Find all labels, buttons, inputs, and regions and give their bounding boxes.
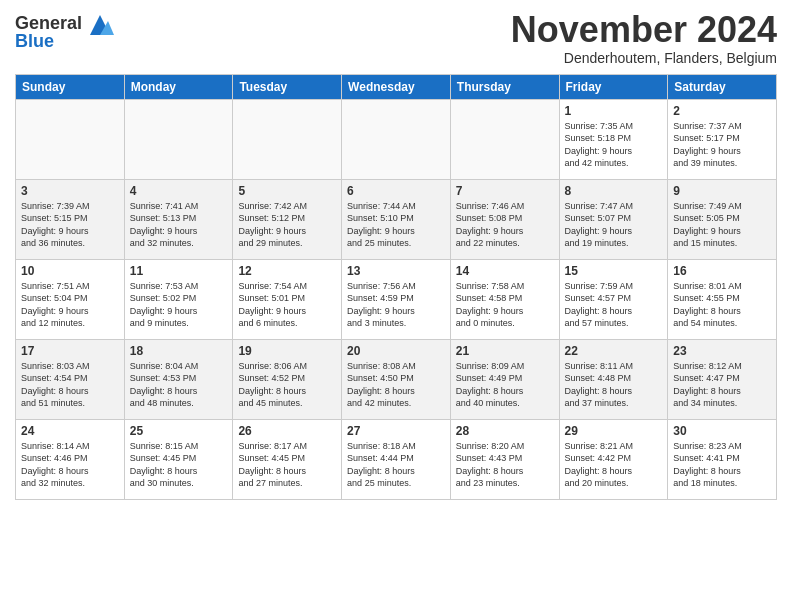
day-number: 29	[565, 424, 663, 438]
day-number: 5	[238, 184, 336, 198]
calendar-week-4: 17Sunrise: 8:03 AMSunset: 4:54 PMDayligh…	[16, 339, 777, 419]
day-info: Sunrise: 7:35 AMSunset: 5:18 PMDaylight:…	[565, 120, 663, 170]
table-row: 23Sunrise: 8:12 AMSunset: 4:47 PMDayligh…	[668, 339, 777, 419]
day-info: Sunrise: 7:39 AMSunset: 5:15 PMDaylight:…	[21, 200, 119, 250]
day-number: 20	[347, 344, 445, 358]
day-info: Sunrise: 8:21 AMSunset: 4:42 PMDaylight:…	[565, 440, 663, 490]
day-info: Sunrise: 7:51 AMSunset: 5:04 PMDaylight:…	[21, 280, 119, 330]
table-row: 24Sunrise: 8:14 AMSunset: 4:46 PMDayligh…	[16, 419, 125, 499]
day-info: Sunrise: 7:58 AMSunset: 4:58 PMDaylight:…	[456, 280, 554, 330]
table-row: 26Sunrise: 8:17 AMSunset: 4:45 PMDayligh…	[233, 419, 342, 499]
day-number: 14	[456, 264, 554, 278]
title-section: November 2024 Denderhoutem, Flanders, Be…	[511, 10, 777, 66]
day-info: Sunrise: 8:12 AMSunset: 4:47 PMDaylight:…	[673, 360, 771, 410]
day-info: Sunrise: 8:01 AMSunset: 4:55 PMDaylight:…	[673, 280, 771, 330]
logo-text: General Blue	[15, 14, 82, 50]
logo: General Blue	[15, 14, 114, 50]
table-row: 9Sunrise: 7:49 AMSunset: 5:05 PMDaylight…	[668, 179, 777, 259]
day-info: Sunrise: 8:15 AMSunset: 4:45 PMDaylight:…	[130, 440, 228, 490]
month-title: November 2024	[511, 10, 777, 50]
day-info: Sunrise: 7:49 AMSunset: 5:05 PMDaylight:…	[673, 200, 771, 250]
day-info: Sunrise: 8:03 AMSunset: 4:54 PMDaylight:…	[21, 360, 119, 410]
day-info: Sunrise: 7:59 AMSunset: 4:57 PMDaylight:…	[565, 280, 663, 330]
day-number: 12	[238, 264, 336, 278]
table-row: 6Sunrise: 7:44 AMSunset: 5:10 PMDaylight…	[342, 179, 451, 259]
day-info: Sunrise: 8:06 AMSunset: 4:52 PMDaylight:…	[238, 360, 336, 410]
day-info: Sunrise: 8:04 AMSunset: 4:53 PMDaylight:…	[130, 360, 228, 410]
header-saturday: Saturday	[668, 74, 777, 99]
table-row: 3Sunrise: 7:39 AMSunset: 5:15 PMDaylight…	[16, 179, 125, 259]
table-row	[124, 99, 233, 179]
day-number: 7	[456, 184, 554, 198]
day-number: 4	[130, 184, 228, 198]
day-number: 25	[130, 424, 228, 438]
calendar-week-3: 10Sunrise: 7:51 AMSunset: 5:04 PMDayligh…	[16, 259, 777, 339]
logo-general: General	[15, 14, 82, 32]
table-row: 22Sunrise: 8:11 AMSunset: 4:48 PMDayligh…	[559, 339, 668, 419]
day-number: 22	[565, 344, 663, 358]
table-row: 16Sunrise: 8:01 AMSunset: 4:55 PMDayligh…	[668, 259, 777, 339]
header-thursday: Thursday	[450, 74, 559, 99]
table-row: 2Sunrise: 7:37 AMSunset: 5:17 PMDaylight…	[668, 99, 777, 179]
table-row: 10Sunrise: 7:51 AMSunset: 5:04 PMDayligh…	[16, 259, 125, 339]
page-container: General Blue November 2024 Denderhoutem,…	[0, 0, 792, 510]
calendar-week-5: 24Sunrise: 8:14 AMSunset: 4:46 PMDayligh…	[16, 419, 777, 499]
day-number: 3	[21, 184, 119, 198]
day-info: Sunrise: 7:41 AMSunset: 5:13 PMDaylight:…	[130, 200, 228, 250]
day-info: Sunrise: 7:37 AMSunset: 5:17 PMDaylight:…	[673, 120, 771, 170]
table-row	[16, 99, 125, 179]
day-info: Sunrise: 7:53 AMSunset: 5:02 PMDaylight:…	[130, 280, 228, 330]
logo-blue: Blue	[15, 32, 82, 50]
header-monday: Monday	[124, 74, 233, 99]
table-row: 17Sunrise: 8:03 AMSunset: 4:54 PMDayligh…	[16, 339, 125, 419]
day-number: 1	[565, 104, 663, 118]
table-row: 29Sunrise: 8:21 AMSunset: 4:42 PMDayligh…	[559, 419, 668, 499]
day-info: Sunrise: 7:42 AMSunset: 5:12 PMDaylight:…	[238, 200, 336, 250]
table-row	[233, 99, 342, 179]
day-number: 21	[456, 344, 554, 358]
day-number: 10	[21, 264, 119, 278]
calendar-week-2: 3Sunrise: 7:39 AMSunset: 5:15 PMDaylight…	[16, 179, 777, 259]
day-number: 17	[21, 344, 119, 358]
table-row: 15Sunrise: 7:59 AMSunset: 4:57 PMDayligh…	[559, 259, 668, 339]
day-number: 9	[673, 184, 771, 198]
header-friday: Friday	[559, 74, 668, 99]
day-info: Sunrise: 8:17 AMSunset: 4:45 PMDaylight:…	[238, 440, 336, 490]
day-info: Sunrise: 8:14 AMSunset: 4:46 PMDaylight:…	[21, 440, 119, 490]
table-row: 21Sunrise: 8:09 AMSunset: 4:49 PMDayligh…	[450, 339, 559, 419]
day-number: 26	[238, 424, 336, 438]
table-row: 14Sunrise: 7:58 AMSunset: 4:58 PMDayligh…	[450, 259, 559, 339]
day-number: 23	[673, 344, 771, 358]
day-number: 13	[347, 264, 445, 278]
day-info: Sunrise: 8:18 AMSunset: 4:44 PMDaylight:…	[347, 440, 445, 490]
table-row: 12Sunrise: 7:54 AMSunset: 5:01 PMDayligh…	[233, 259, 342, 339]
calendar-week-1: 1Sunrise: 7:35 AMSunset: 5:18 PMDaylight…	[16, 99, 777, 179]
day-number: 2	[673, 104, 771, 118]
day-number: 28	[456, 424, 554, 438]
day-info: Sunrise: 8:11 AMSunset: 4:48 PMDaylight:…	[565, 360, 663, 410]
day-number: 8	[565, 184, 663, 198]
header-sunday: Sunday	[16, 74, 125, 99]
day-info: Sunrise: 7:56 AMSunset: 4:59 PMDaylight:…	[347, 280, 445, 330]
table-row: 19Sunrise: 8:06 AMSunset: 4:52 PMDayligh…	[233, 339, 342, 419]
calendar-table: Sunday Monday Tuesday Wednesday Thursday…	[15, 74, 777, 500]
day-number: 6	[347, 184, 445, 198]
table-row: 11Sunrise: 7:53 AMSunset: 5:02 PMDayligh…	[124, 259, 233, 339]
header-tuesday: Tuesday	[233, 74, 342, 99]
location: Denderhoutem, Flanders, Belgium	[511, 50, 777, 66]
table-row: 25Sunrise: 8:15 AMSunset: 4:45 PMDayligh…	[124, 419, 233, 499]
calendar-header-row: Sunday Monday Tuesday Wednesday Thursday…	[16, 74, 777, 99]
page-header: General Blue November 2024 Denderhoutem,…	[15, 10, 777, 66]
table-row: 5Sunrise: 7:42 AMSunset: 5:12 PMDaylight…	[233, 179, 342, 259]
table-row: 27Sunrise: 8:18 AMSunset: 4:44 PMDayligh…	[342, 419, 451, 499]
table-row: 20Sunrise: 8:08 AMSunset: 4:50 PMDayligh…	[342, 339, 451, 419]
day-number: 24	[21, 424, 119, 438]
day-info: Sunrise: 7:44 AMSunset: 5:10 PMDaylight:…	[347, 200, 445, 250]
day-number: 11	[130, 264, 228, 278]
day-number: 27	[347, 424, 445, 438]
table-row: 30Sunrise: 8:23 AMSunset: 4:41 PMDayligh…	[668, 419, 777, 499]
day-number: 15	[565, 264, 663, 278]
day-number: 16	[673, 264, 771, 278]
day-info: Sunrise: 8:09 AMSunset: 4:49 PMDaylight:…	[456, 360, 554, 410]
table-row	[450, 99, 559, 179]
